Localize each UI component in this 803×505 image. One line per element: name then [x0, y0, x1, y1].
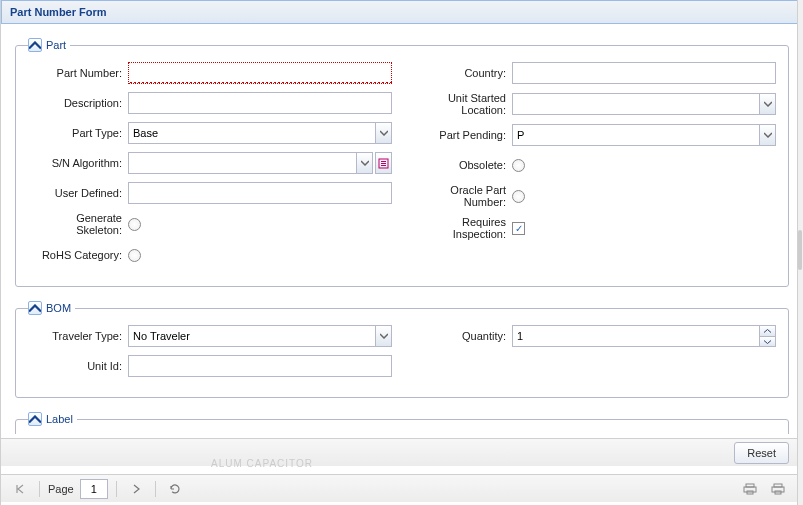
requires-inspection-checkbox[interactable]: ✓: [512, 222, 525, 235]
quantity-label: Quantity:: [412, 330, 512, 342]
part-pending-input[interactable]: [512, 124, 759, 146]
rohs-category-label: RoHS Category:: [28, 249, 128, 261]
quantity-down-button[interactable]: [759, 336, 776, 347]
user-defined-label: User Defined:: [28, 187, 128, 199]
chevron-down-icon: [380, 333, 388, 339]
chevron-up-icon: [764, 329, 771, 333]
chevron-down-icon: [764, 101, 772, 107]
bom-legend: BOM: [46, 302, 71, 314]
print-button[interactable]: [739, 479, 761, 499]
oracle-part-number-radio[interactable]: [512, 190, 525, 203]
user-defined-input[interactable]: [128, 182, 392, 204]
traveler-type-combo[interactable]: [128, 325, 392, 347]
generate-skeleton-label: Generate Skeleton:: [28, 212, 128, 236]
obsolete-label: Obsolete:: [412, 159, 512, 171]
requires-inspection-label: Requires Inspection:: [412, 216, 512, 240]
sn-algorithm-combo[interactable]: [128, 152, 373, 174]
svg-rect-2: [381, 163, 386, 164]
traveler-type-trigger[interactable]: [375, 325, 392, 347]
first-page-button[interactable]: [9, 479, 31, 499]
label-collapse-button[interactable]: [28, 412, 42, 426]
reset-button[interactable]: Reset: [734, 442, 789, 464]
bom-fieldset: BOM Traveler Type: Unit Id:: [15, 301, 789, 398]
unit-started-location-combo[interactable]: [512, 93, 776, 115]
sn-algorithm-input[interactable]: [128, 152, 356, 174]
traveler-type-label: Traveler Type:: [28, 330, 128, 342]
part-pending-trigger[interactable]: [759, 124, 776, 146]
separator: [39, 481, 40, 497]
window-title: Part Number Form: [10, 6, 107, 18]
separator: [116, 481, 117, 497]
label-legend: Label: [46, 413, 73, 425]
chevron-up-icon: [29, 304, 41, 313]
page-label: Page: [48, 483, 74, 495]
lookup-icon: [378, 158, 389, 169]
form-footer: Reset: [1, 438, 797, 466]
next-page-button[interactable]: [125, 479, 147, 499]
generate-skeleton-radio[interactable]: [128, 218, 141, 231]
chevron-down-icon: [764, 132, 772, 138]
chevron-down-icon: [361, 160, 369, 166]
quantity-input[interactable]: [512, 325, 759, 347]
printer-icon: [771, 483, 785, 495]
country-label: Country:: [412, 67, 512, 79]
quantity-spinner[interactable]: [512, 325, 776, 347]
chevron-down-icon: [380, 130, 388, 136]
sn-algorithm-lookup-button[interactable]: [375, 152, 392, 174]
svg-rect-1: [381, 161, 386, 162]
page-number-input[interactable]: [80, 479, 108, 499]
sn-algorithm-label: S/N Algorithm:: [28, 157, 128, 169]
part-collapse-button[interactable]: [28, 38, 42, 52]
quantity-up-button[interactable]: [759, 325, 776, 336]
sn-algorithm-trigger[interactable]: [356, 152, 373, 174]
part-pending-combo[interactable]: [512, 124, 776, 146]
part-legend: Part: [46, 39, 66, 51]
form-body: Part Part Number: Description: Part Type…: [1, 24, 803, 434]
part-pending-label: Part Pending:: [412, 129, 512, 141]
first-page-icon: [15, 484, 25, 494]
window-title-bar: Part Number Form: [1, 0, 803, 24]
part-type-trigger[interactable]: [375, 122, 392, 144]
unit-started-location-label: Unit Started Location:: [412, 92, 512, 116]
scrollbar-handle[interactable]: [798, 230, 802, 270]
chevron-down-icon: [764, 340, 771, 344]
chevron-up-icon: [29, 415, 41, 424]
label-fieldset: Label: [15, 412, 789, 434]
unit-started-location-trigger[interactable]: [759, 93, 776, 115]
print-button-2[interactable]: [767, 479, 789, 499]
obsolete-radio[interactable]: [512, 159, 525, 172]
part-number-label: Part Number:: [28, 67, 128, 79]
refresh-button[interactable]: [164, 479, 186, 499]
part-type-input[interactable]: [128, 122, 375, 144]
chevron-up-icon: [29, 41, 41, 50]
svg-rect-3: [381, 165, 386, 166]
background-ghost-text: ALUM CAPACITOR: [211, 458, 313, 469]
unit-id-input[interactable]: [128, 355, 392, 377]
unit-id-label: Unit Id:: [28, 360, 128, 372]
bom-collapse-button[interactable]: [28, 301, 42, 315]
rohs-category-radio[interactable]: [128, 249, 141, 262]
part-type-label: Part Type:: [28, 127, 128, 139]
country-input[interactable]: [512, 62, 776, 84]
oracle-part-number-label: Oracle Part Number:: [412, 184, 512, 208]
refresh-icon: [169, 483, 181, 495]
next-page-icon: [132, 484, 140, 494]
separator: [155, 481, 156, 497]
part-fieldset: Part Part Number: Description: Part Type…: [15, 38, 789, 287]
part-type-combo[interactable]: [128, 122, 392, 144]
printer-icon: [743, 483, 757, 495]
description-label: Description:: [28, 97, 128, 109]
pager-toolbar: Page: [1, 474, 797, 502]
unit-started-location-input[interactable]: [512, 93, 759, 115]
description-input[interactable]: [128, 92, 392, 114]
part-number-input[interactable]: [128, 62, 392, 84]
traveler-type-input[interactable]: [128, 325, 375, 347]
